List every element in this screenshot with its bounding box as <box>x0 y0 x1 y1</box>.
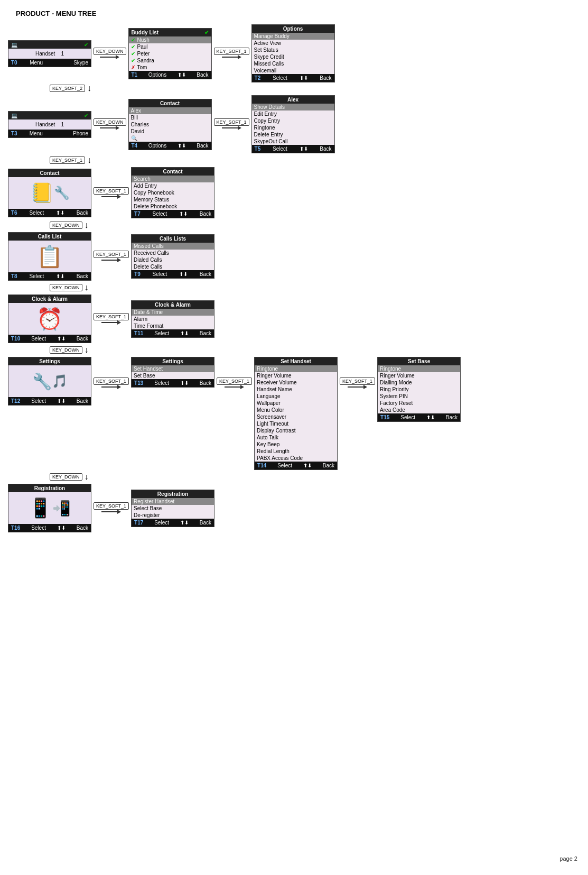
screen-T0: 💻 ✔ Handset 1 T0 Menu Skype <box>8 40 91 67</box>
key-soft2-label: KEY_SOFT_2 <box>50 85 85 92</box>
T2-footer: T2 Select ⬆⬇ Back <box>252 74 334 82</box>
row-3: Contact 📒 🔧 T6 Select ⬆⬇ Back KEY_SOFT_1… <box>8 167 580 218</box>
handset-icon: 💻 <box>11 42 17 48</box>
key-soft1-down-label: KEY_SOFT_1 <box>50 156 85 164</box>
down-connector-3: KEY_DOWN ↓ <box>8 219 580 231</box>
T16-footer: T16 Select ⬆⬇ Back <box>8 524 91 532</box>
T13-footer: T13 Select ⬆⬇ Back <box>132 379 214 387</box>
key-soft1-arrow-4: KEY_SOFT_1 <box>94 251 129 262</box>
page-number: page 2 <box>559 855 577 862</box>
screen-T6: Contact 📒 🔧 T6 Select ⬆⬇ Back <box>8 169 91 217</box>
T0-footer: T0 Menu Skype <box>8 59 91 67</box>
key-soft1-arrow-6: KEY_SOFT_1 <box>94 357 129 410</box>
key-soft1-arrow-9: KEY_SOFT_1 <box>94 502 129 514</box>
T6-footer: T6 Select ⬆⬇ Back <box>8 209 91 217</box>
key-soft1-arrow-3: KEY_SOFT_1 <box>94 187 129 199</box>
screen-T7: Contact Search Add Entry Copy Phonebook … <box>131 167 214 218</box>
T15-footer: T15 Select ⬆⬇ Back <box>378 413 460 421</box>
key-soft1-label-8: KEY_SOFT_1 <box>340 377 375 385</box>
screen-T10: Clock & Alarm ⏰ T10 Select ⬆⬇ Back <box>8 294 91 343</box>
screen-T11: Clock & Alarm Date & Time Alarm Time For… <box>131 300 214 338</box>
row-6: Settings 🔧 🎵 T12 Select ⬆⬇ Back KEY_SOFT… <box>8 357 580 470</box>
screen-T1: Buddy List ✔ ✔Nush ✔Paul ✔Peter ✔Sandra … <box>128 28 212 79</box>
key-down-label-2: KEY_DOWN <box>94 118 126 126</box>
key-soft1-label-5: KEY_SOFT_1 <box>94 313 129 320</box>
row-7: Registration 📱 📲 T16 Select ⬆⬇ Back KEY_… <box>8 484 580 532</box>
contact-icon: 📒 <box>30 182 54 204</box>
down-connector-6: KEY_DOWN ↓ <box>8 471 580 483</box>
screen-T4: Contact Alex Bill Charles David 🔍 T4 Opt… <box>128 99 212 150</box>
calls-icon: 📋 <box>36 244 63 269</box>
key-soft1-label-6: KEY_SOFT_1 <box>94 377 129 385</box>
key-soft1-arrow-5: KEY_SOFT_1 <box>94 313 129 325</box>
page-title: PRODUCT - MENU TREE <box>8 4 580 20</box>
key-soft1-label-2: KEY_SOFT_1 <box>214 118 249 126</box>
T1-footer: T1 Options ⬆⬇ Back <box>129 71 211 79</box>
T7-footer: T7 Select ⬆⬇ Back <box>132 210 214 218</box>
phone2-icon: 📲 <box>52 500 71 517</box>
screen-T12: Settings 🔧 🎵 T12 Select ⬆⬇ Back <box>8 357 91 406</box>
key-down-label-3: KEY_DOWN <box>50 222 82 229</box>
T9-footer: T9 Select ⬆⬇ Back <box>132 270 214 278</box>
key-soft1-arrow-8: KEY_SOFT_1 <box>340 357 375 410</box>
key-soft1-arrow-7: KEY_SOFT_1 <box>217 357 252 410</box>
key-down-label-5: KEY_DOWN <box>50 346 82 354</box>
T17-footer: T17 Select ⬆⬇ Back <box>132 519 214 527</box>
down-connector-5: KEY_DOWN ↓ <box>8 344 580 356</box>
key-down-label-1: KEY_DOWN <box>94 48 126 55</box>
key-soft1-label-1: KEY_SOFT_1 <box>214 48 249 55</box>
screen-T3: 💻 ✔ Handset 1 T3 Menu Phone <box>8 111 91 138</box>
clock-icon: ⏰ <box>36 307 63 331</box>
registration-icon: 📱 <box>29 497 52 519</box>
screen-T9: Calls Lists Missed Calls Received Calls … <box>131 234 214 279</box>
down-connector-2: KEY_SOFT_1 ↓ <box>8 154 580 166</box>
row-4: Calls List 📋 T8 Select ⬆⬇ Back KEY_SOFT_… <box>8 232 580 281</box>
T5-footer: T5 Select ⬆⬇ Back <box>252 145 334 153</box>
key-soft1-label-9: KEY_SOFT_1 <box>94 502 129 510</box>
screen-T8: Calls List 📋 T8 Select ⬆⬇ Back <box>8 232 91 281</box>
wrench-icon: 🔧 <box>54 186 70 200</box>
key-down-label-6: KEY_DOWN <box>50 473 82 481</box>
key-soft1-label-7: KEY_SOFT_1 <box>217 377 252 385</box>
key-soft1-arrow-1: KEY_SOFT_1 <box>214 48 249 59</box>
screen-T14: Set Handset Ringtone Ringer Volume Recei… <box>254 357 338 470</box>
music-icon: 🎵 <box>52 374 68 389</box>
T0-check: ✔ <box>84 42 88 48</box>
screen-T15: Set Base Ringtone Ringer Volume Dialling… <box>377 357 461 422</box>
T14-footer: T14 Select ⬆⬇ Back <box>255 462 337 469</box>
screen-T2: Options Manage Buddy Active View Set Sta… <box>251 24 335 82</box>
screen-T17: Registration Register Handset Select Bas… <box>131 490 214 527</box>
T3-footer: T3 Menu Phone <box>8 130 91 137</box>
T8-footer: T8 Select ⬆⬇ Back <box>8 272 91 280</box>
T12-footer: T12 Select ⬆⬇ Back <box>8 397 91 405</box>
T11-footer: T11 Select ⬆⬇ Back <box>132 329 214 337</box>
row-1: 💻 ✔ Handset 1 T0 Menu Skype KEY_DOWN <box>8 24 580 82</box>
key-down-arrow-1: KEY_DOWN <box>94 48 126 59</box>
key-down-label-4: KEY_DOWN <box>50 284 82 291</box>
T4-footer: T4 Options ⬆⬇ Back <box>129 142 211 150</box>
key-soft1-label-4: KEY_SOFT_1 <box>94 251 129 258</box>
T10-footer: T10 Select ⬆⬇ Back <box>8 335 91 343</box>
row-2: 💻 ✔ Handset 1 T3 Menu Phone KEY_DOWN Con… <box>8 95 580 153</box>
T0-subtitle: Handset 1 <box>35 51 64 57</box>
key-down-arrow-2: KEY_DOWN <box>94 118 126 130</box>
down-connector-1: KEY_SOFT_2 ↓ <box>8 82 580 94</box>
key-soft1-arrow-2: KEY_SOFT_1 <box>214 118 249 130</box>
screen-T13: Settings Set Handset Set Base T13 Select… <box>131 357 214 388</box>
row-5: Clock & Alarm ⏰ T10 Select ⬆⬇ Back KEY_S… <box>8 294 580 343</box>
T3-subtitle: Handset 1 <box>35 122 64 127</box>
down-connector-4: KEY_DOWN ↓ <box>8 282 580 293</box>
screen-T5: Alex Show Details Edit Entry Copy Entry … <box>251 95 335 153</box>
screen-T16: Registration 📱 📲 T16 Select ⬆⬇ Back <box>8 484 91 532</box>
key-soft1-label-3: KEY_SOFT_1 <box>94 187 129 195</box>
settings-icon: 🔧 <box>32 372 52 391</box>
